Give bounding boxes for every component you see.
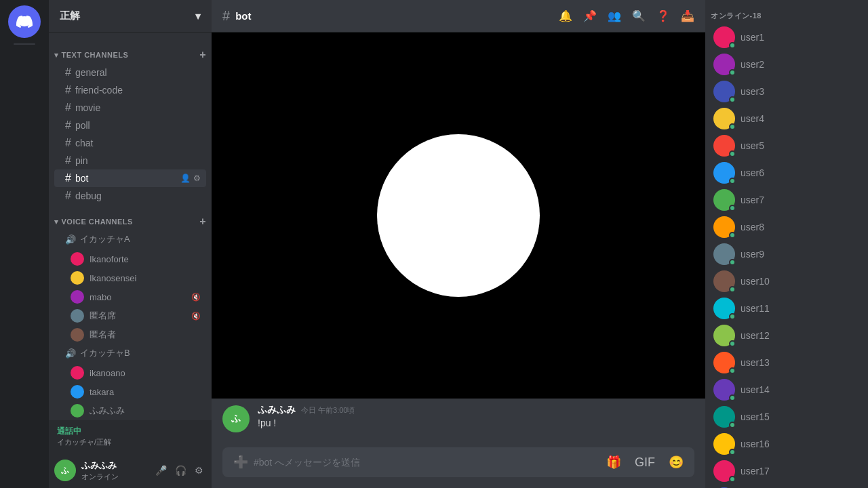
member-item[interactable]: user6 [708,159,865,186]
settings-icon[interactable]: ⚙ [193,174,201,183]
avatar [713,216,735,238]
main-content: # bot 🔔 📌 👥 🔍 ❓ 📥 ふ ふみふみ 今日 午前3:00頃 !pu … [212,0,705,488]
channel-bot[interactable]: # bot 👤 ⚙ [54,169,206,187]
attach-icon[interactable]: ➕ [228,449,254,475]
members-icon[interactable]: 👥 [608,9,621,22]
username: ふみふみ [81,460,147,472]
member-item[interactable]: user4 [708,105,865,132]
member-item[interactable]: user7 [708,186,865,214]
member-item[interactable]: user1 [708,24,865,51]
voice-user[interactable]: 匿名者 [65,325,206,344]
channel-header: # bot 🔔 📌 👥 🔍 ❓ 📥 [212,0,705,33]
emoji-icon[interactable]: 😊 [663,449,689,475]
channel-name: bot [75,173,88,184]
avatar [713,298,735,319]
voice-user[interactable]: mabo 🔇 [65,287,206,306]
voice-username: 匿名者 [90,329,116,341]
voice-status-text: 通話中 [57,426,203,437]
channel-poll[interactable]: # poll [54,117,206,134]
avatar [713,460,735,482]
avatar [71,271,84,285]
add-voice-channel-icon[interactable]: + [199,216,206,228]
channel-action-icons: 👤 ⚙ [180,174,201,183]
channel-name: debug [75,190,102,201]
voice-user[interactable]: ふみふみ [65,401,206,420]
member-name: user14 [741,384,770,395]
member-item[interactable]: user8 [708,214,865,241]
category-arrow-icon: ▾ [54,51,59,60]
avatar [713,81,735,102]
channel-name: friend-code [75,85,123,96]
gif-icon[interactable]: GIF [629,450,660,475]
member-item[interactable]: user5 [708,132,865,159]
channel-movie[interactable]: # movie [54,99,206,117]
server-bar [0,0,49,488]
channel-debug[interactable]: # debug [54,187,206,205]
voice-group-name: イカッチャA [80,233,130,245]
voice-user[interactable]: takara [65,382,206,401]
voice-user[interactable]: ikanoano [65,363,206,382]
member-item[interactable]: user9 [708,241,865,268]
voice-user[interactable]: Ikanosensei [65,268,206,287]
category-arrow-icon: ▾ [54,218,59,226]
mute-icon: 🔇 [191,293,201,302]
member-item[interactable]: user2 [708,51,865,78]
avatar [71,366,84,380]
server-icon[interactable] [8,5,41,38]
headset-icon[interactable]: 🎧 [172,462,189,479]
member-item[interactable]: user14 [708,376,865,403]
settings-gear-icon[interactable]: ⚙ [192,462,206,479]
voice-group-a[interactable]: 🔊 イカッチャA [54,230,206,248]
voice-group-b[interactable]: 🔊 イカッチャB [54,344,206,362]
online-indicator [729,394,736,401]
user-controls: 🎤 🎧 ⚙ [153,462,206,479]
member-name: user11 [741,303,770,314]
channel-pin[interactable]: # pin [54,152,206,169]
server-name-bar[interactable]: 正解 ▾ [49,0,212,33]
member-item[interactable]: user17 [708,458,865,485]
add-channel-icon[interactable]: + [199,49,206,61]
avatar [713,270,735,292]
voice-user[interactable]: 匿名席 🔇 [65,306,206,325]
member-name: user2 [741,59,764,70]
input-box: ➕ 🎁 GIF 😊 [222,447,694,477]
channel-name: poll [75,120,90,131]
avatar [713,189,735,211]
voice-username: Ikanosensei [90,273,136,283]
member-item[interactable]: user11 [708,295,865,322]
message-group: ふ ふみふみ 今日 午前3:00頃 !pu ! [212,399,705,438]
channel-title: bot [235,10,251,22]
inbox-icon[interactable]: 📥 [681,9,694,22]
member-item[interactable]: user18 [708,485,865,488]
microphone-icon[interactable]: 🎤 [153,462,170,479]
member-name: user10 [741,276,770,287]
member-item[interactable]: user12 [708,322,865,349]
message-input[interactable] [254,457,601,468]
voice-user[interactable]: Ikanoforte [65,249,206,268]
member-item[interactable]: user10 [708,268,865,295]
avatar [713,162,735,184]
channel-name: chat [75,138,93,148]
pin-icon[interactable]: 📌 [583,9,597,22]
question-icon[interactable]: ❓ [656,9,670,22]
text-channels-label: TEXT CHANNELS [62,51,200,59]
add-member-icon[interactable]: 👤 [180,174,191,183]
gift-icon[interactable]: 🎁 [601,449,627,475]
voice-channels-category[interactable]: ▾ VOICE CHANNELS + [49,205,212,230]
voice-username: 匿名席 [90,310,116,322]
search-icon[interactable]: 🔍 [632,9,646,22]
member-item[interactable]: user16 [708,430,865,458]
member-item[interactable]: user13 [708,349,865,376]
voice-status-bar: 通話中 イカッチャ/正解 [49,420,212,453]
member-item[interactable]: user3 [708,78,865,105]
channel-general[interactable]: # general [54,64,206,81]
member-item[interactable]: user15 [708,403,865,430]
channel-chat[interactable]: # chat [54,134,206,152]
message-content: ふみふみ 今日 午前3:00頃 !pu ! [258,404,355,428]
sidebar: 正解 ▾ ▾ TEXT CHANNELS + # general # frien… [49,0,212,488]
messages-area[interactable]: ふ ふみふみ 今日 午前3:00頃 !pu ! [212,33,705,447]
bell-icon[interactable]: 🔔 [559,9,572,22]
member-name: user7 [741,195,764,205]
channel-friend-code[interactable]: # friend-code [54,81,206,99]
text-channels-category[interactable]: ▾ TEXT CHANNELS + [49,38,212,64]
